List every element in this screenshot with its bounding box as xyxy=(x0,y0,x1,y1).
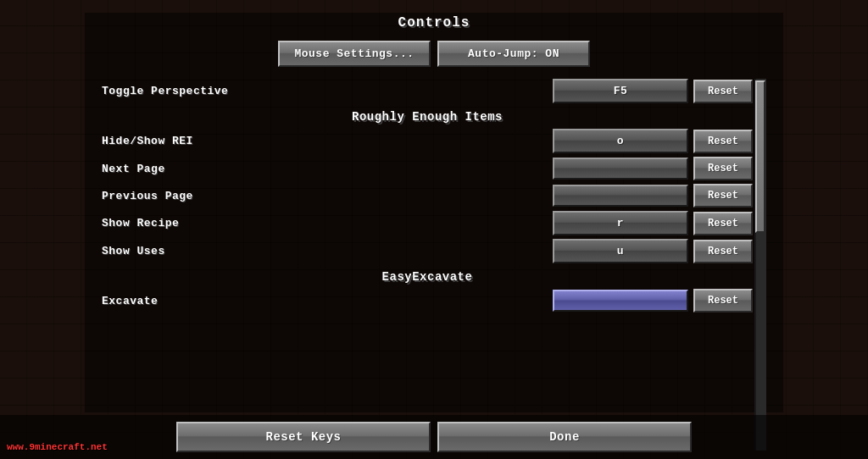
key-button-next-page[interactable] xyxy=(553,158,688,180)
top-buttons-row: Mouse Settings... Auto-Jump: ON xyxy=(102,41,766,67)
key-button-show-uses[interactable]: u xyxy=(553,239,688,263)
setting-row-show-uses: Show Uses u Reset xyxy=(102,239,753,263)
reset-button-show-recipe[interactable]: Reset xyxy=(693,212,753,235)
setting-label-show-recipe: Show Recipe xyxy=(102,217,553,230)
setting-label-show-uses: Show Uses xyxy=(102,245,553,257)
done-button[interactable]: Done xyxy=(437,422,692,452)
reset-button-show-uses[interactable]: Reset xyxy=(693,240,753,263)
key-button-hide-show-rei[interactable]: o xyxy=(553,129,688,153)
page-title: Controls xyxy=(398,15,470,30)
section-header-rei: Roughly Enough Items xyxy=(102,110,753,124)
reset-button-next-page[interactable]: Reset xyxy=(693,157,753,180)
reset-button-toggle-perspective[interactable]: Reset xyxy=(693,80,753,103)
setting-row-next-page: Next Page Reset xyxy=(102,157,753,180)
section-header-easyexcavate: EasyExcavate xyxy=(102,270,753,284)
watermark: www.9minecraft.net xyxy=(7,442,108,452)
setting-label-previous-page: Previous Page xyxy=(102,190,553,202)
key-button-excavate[interactable] xyxy=(553,290,688,312)
scrollbar-track xyxy=(754,79,766,451)
setting-row-previous-page: Previous Page Reset xyxy=(102,184,753,207)
setting-label-toggle-perspective: Toggle Perspective xyxy=(102,85,553,97)
scrollable-area: Toggle Perspective F5 Reset Roughly Enou… xyxy=(102,79,766,451)
setting-label-excavate: Excavate xyxy=(102,295,553,307)
reset-button-previous-page[interactable]: Reset xyxy=(693,184,753,207)
reset-button-hide-show-rei[interactable]: Reset xyxy=(693,130,753,153)
mouse-settings-button[interactable]: Mouse Settings... xyxy=(278,41,431,67)
reset-button-excavate[interactable]: Reset xyxy=(693,289,753,312)
main-container: Controls Mouse Settings... Auto-Jump: ON… xyxy=(0,0,868,459)
setting-label-next-page: Next Page xyxy=(102,163,553,175)
setting-label-hide-show-rei: Hide/Show REI xyxy=(102,135,553,147)
settings-list: Toggle Perspective F5 Reset Roughly Enou… xyxy=(102,79,753,312)
setting-row-excavate: Excavate Reset xyxy=(102,289,753,312)
bottom-bar: Reset Keys Done xyxy=(0,415,868,459)
key-button-show-recipe[interactable]: r xyxy=(553,211,688,235)
setting-row-show-recipe: Show Recipe r Reset xyxy=(102,211,753,235)
auto-jump-button[interactable]: Auto-Jump: ON xyxy=(437,41,590,67)
reset-keys-button[interactable]: Reset Keys xyxy=(176,422,431,452)
key-button-previous-page[interactable] xyxy=(553,185,688,207)
setting-row-toggle-perspective: Toggle Perspective F5 Reset xyxy=(102,79,753,103)
setting-row-hide-show-rei: Hide/Show REI o Reset xyxy=(102,129,753,153)
scrollbar-thumb[interactable] xyxy=(755,80,765,233)
key-button-toggle-perspective[interactable]: F5 xyxy=(553,79,688,103)
